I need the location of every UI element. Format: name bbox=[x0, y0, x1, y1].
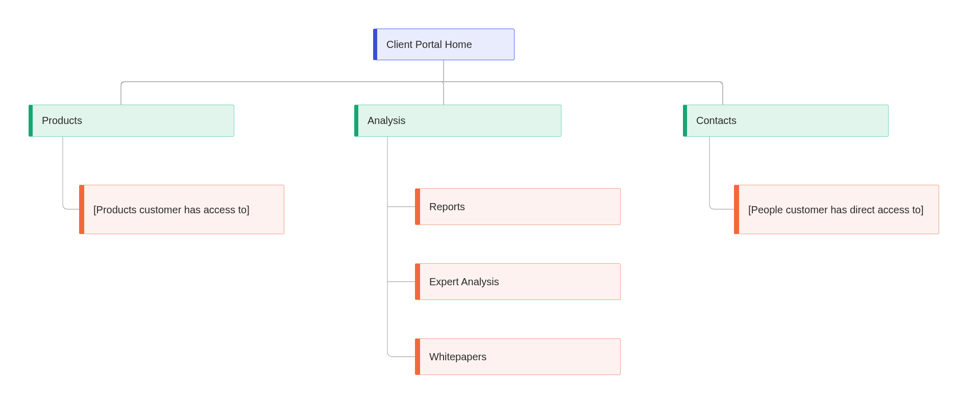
node-section-label: Analysis bbox=[368, 115, 405, 127]
node-child-label: Reports bbox=[429, 201, 465, 213]
node-child-expert-analysis[interactable]: Expert Analysis bbox=[415, 263, 621, 300]
node-child-whitepapers[interactable]: Whitepapers bbox=[415, 338, 621, 375]
node-root[interactable]: Client Portal Home bbox=[373, 29, 514, 60]
node-section-analysis[interactable]: Analysis bbox=[354, 105, 561, 137]
node-child-reports[interactable]: Reports bbox=[415, 188, 621, 225]
node-child-contacts-access[interactable]: [People customer has direct access to] bbox=[734, 185, 939, 234]
node-child-label: Expert Analysis bbox=[429, 276, 499, 288]
node-child-label: Whitepapers bbox=[429, 351, 486, 363]
node-child-label: [People customer has direct access to] bbox=[748, 203, 924, 217]
node-child-label: [Products customer has access to] bbox=[93, 203, 250, 217]
node-section-products[interactable]: Products bbox=[29, 105, 234, 137]
node-section-label: Products bbox=[42, 115, 82, 127]
node-section-label: Contacts bbox=[696, 115, 737, 127]
node-child-products-access[interactable]: [Products customer has access to] bbox=[79, 185, 284, 234]
node-section-contacts[interactable]: Contacts bbox=[683, 105, 889, 137]
node-root-label: Client Portal Home bbox=[386, 39, 472, 51]
